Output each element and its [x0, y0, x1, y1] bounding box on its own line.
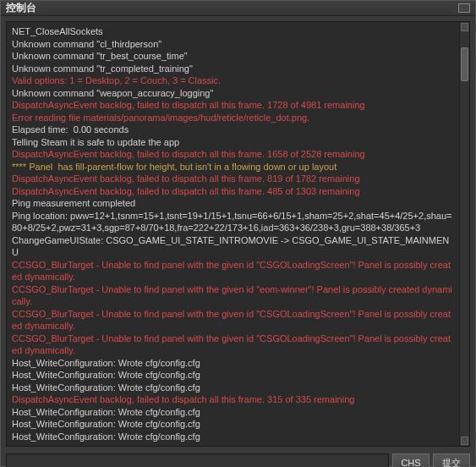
console-line: Unknown command "tr_best_course_time" — [12, 50, 454, 63]
console-line: Host_WriteConfiguration: Wrote cfg/confi… — [12, 357, 454, 370]
console-line: Error reading file materials/panorama/im… — [12, 112, 454, 124]
console-line: Ping location: pww=12+1,tsnm=15+1,tsnt=1… — [12, 210, 454, 234]
scroll-thumb[interactable] — [461, 47, 468, 81]
console-line: CCSGO_BlurTarget - Unable to find panel … — [12, 283, 454, 308]
console-line: Host_WriteConfiguration: Wrote cfg/confi… — [12, 406, 454, 419]
console-line: Host_WriteConfiguration: Wrote cfg/confi… — [12, 382, 454, 394]
console-input[interactable] — [6, 453, 389, 467]
console-line: DispatchAsyncEvent backlog, failed to di… — [12, 173, 454, 185]
console-line: CCSGO_BlurTarget - Unable to find panel … — [12, 332, 454, 357]
console-line: DispatchAsyncEvent backlog, failed to di… — [12, 148, 454, 161]
console-window: 控制台 NET_CloseAllSocketsUnknown command "… — [0, 0, 476, 467]
console-line: ChangeGameUIState: CSGO_GAME_UI_STATE_IN… — [12, 234, 454, 259]
console-line: Host_WriteConfiguration: Wrote cfg/confi… — [12, 418, 454, 431]
scroll-down-icon[interactable] — [461, 437, 468, 445]
console-line: Valid options: 1 = Desktop, 2 = Couch, 3… — [12, 74, 454, 87]
scroll-up-icon[interactable] — [461, 23, 468, 31]
console-line: Host_WriteConfiguration: Wrote cfg/confi… — [12, 431, 454, 443]
console-line: Elapsed time: 0.00 seconds — [12, 124, 454, 136]
console-line: CCSGO_BlurTarget - Unable to find panel … — [12, 308, 454, 332]
console-line: Unknown command "cl_thirdperson" — [12, 38, 454, 51]
scrollbar[interactable] — [459, 22, 469, 446]
window-control-icon[interactable] — [458, 3, 470, 13]
console-output-wrap: NET_CloseAllSocketsUnknown command "cl_t… — [6, 21, 470, 447]
ime-indicator-button[interactable]: CHS — [392, 453, 429, 467]
console-line: Unknown command "tr_completed_training" — [12, 63, 454, 75]
console-line: Ping measurement completed — [12, 197, 454, 210]
console-line: CCSGO_BlurTarget - Unable to find panel … — [12, 259, 454, 283]
console-line: DispatchAsyncEvent backlog, failed to di… — [12, 99, 454, 112]
console-line: DispatchAsyncEvent backlog, failed to di… — [12, 393, 454, 406]
console-line: DispatchAsyncEvent backlog, failed to di… — [12, 185, 454, 198]
console-output[interactable]: NET_CloseAllSocketsUnknown command "cl_t… — [7, 22, 459, 446]
input-bar: CHS 提交 — [1, 450, 475, 467]
console-line: Telling Steam it is safe to update the a… — [12, 136, 454, 149]
console-line: **** Panel has fill-parent-flow for heig… — [12, 161, 454, 173]
console-line: NET_CloseAllSockets — [12, 25, 454, 38]
titlebar[interactable]: 控制台 — [1, 1, 475, 16]
console-line: Unknown command "weapon_accuracy_logging… — [12, 87, 454, 100]
submit-button[interactable]: 提交 — [433, 453, 470, 467]
console-line: Host_WriteConfiguration: Wrote cfg/confi… — [12, 369, 454, 382]
window-title: 控制台 — [6, 1, 36, 15]
